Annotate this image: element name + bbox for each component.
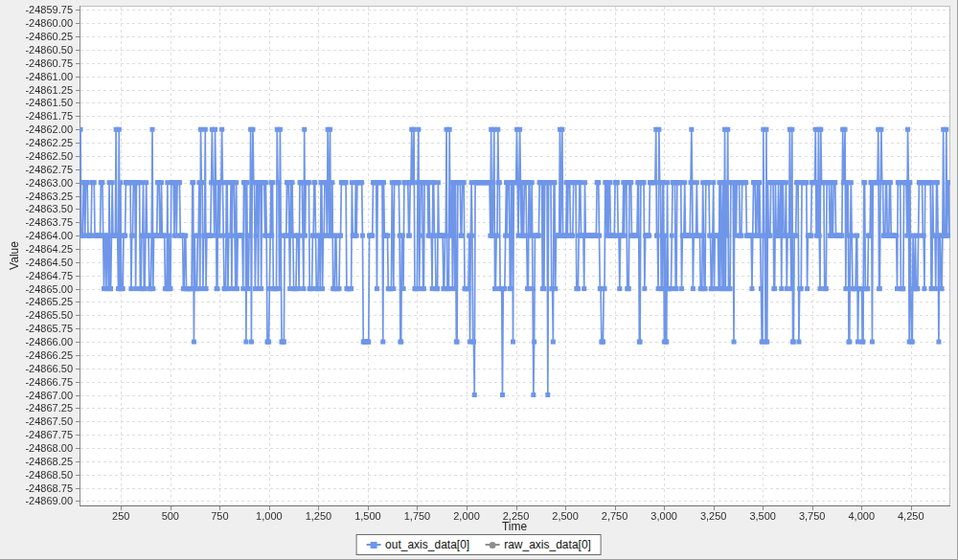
legend: out_axis_data[0] raw_axis_data[0] [355,534,602,555]
raw-axis-series-marker-icon [485,540,499,550]
out-axis-series-marker-icon [366,540,380,550]
legend-label-out-axis: out_axis_data[0] [385,538,469,551]
y-axis-title: Value [8,241,21,270]
legend-item-raw-axis: raw_axis_data[0] [485,538,591,551]
plot-area[interactable] [0,0,958,560]
legend-label-raw-axis: raw_axis_data[0] [504,538,591,551]
chart-window: -24859.75-24860.00-24860.25-24860.50-248… [0,0,958,560]
legend-item-out-axis: out_axis_data[0] [366,538,469,551]
x-axis-title: Time [502,520,527,533]
